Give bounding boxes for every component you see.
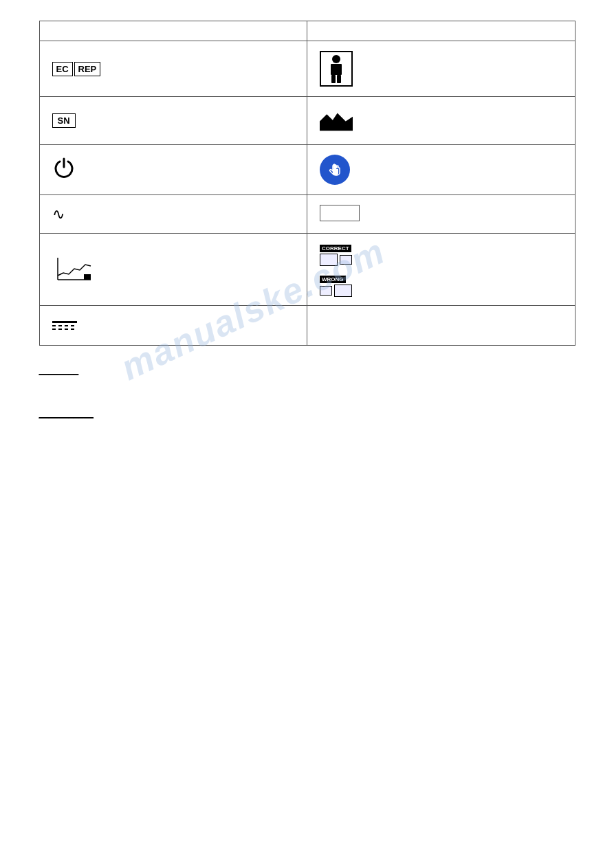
correct-wrong-cell: CORRECT WRONG [307,234,575,306]
symbol-table: EC REP [39,21,575,346]
sn-cell: SN [39,97,307,145]
page: manualske.com EC REP [0,0,614,461]
correct-small-box [340,255,352,265]
chart-cell [39,234,307,306]
landscape-cell [307,97,575,145]
table-header-row [39,21,575,41]
table-row: ∿ [39,195,575,234]
wrong-small-box [320,286,332,296]
landscape-icon [320,107,353,133]
svg-rect-3 [337,75,341,83]
chart-icon [52,254,94,284]
white-rectangle [320,205,360,221]
ec-rep-badges: EC REP [52,62,295,76]
wrong-label: WRONG [320,276,346,283]
svg-rect-1 [331,64,342,75]
correct-wrong-diagram: CORRECT WRONG [320,242,562,297]
ec-rep-cell: EC REP [39,41,307,97]
svg-rect-12 [84,274,91,280]
svg-point-0 [332,55,340,63]
dc-solid-line [52,321,77,323]
tilde-cell: ∿ [39,195,307,234]
wrong-diagram-row [320,285,562,297]
correct-section: CORRECT [320,242,562,266]
table-row [39,145,575,195]
dc-dashed-line-2 [52,329,77,330]
svg-rect-2 [331,75,336,83]
header-right [307,21,575,41]
correct-label: CORRECT [320,245,351,252]
power-icon [52,157,76,181]
section2-title: ___________ [39,408,94,419]
svg-point-8 [333,164,337,170]
header-left [39,21,307,41]
touch-cell [307,145,575,195]
correct-diagram-row [320,254,562,266]
rep-badge: REP [74,62,101,76]
section1-title: ________ [39,365,79,375]
touch-icon [320,155,350,185]
bottom-section: ________ ___________ [39,365,575,424]
dc-cell [39,306,307,346]
white-rect-cell [307,195,575,234]
tilde-symbol: ∿ [52,205,63,223]
ec-badge: EC [52,62,73,76]
table-row: CORRECT WRONG [39,234,575,306]
wrong-section: WRONG [320,273,562,297]
correct-big-box [320,254,338,266]
dc-right-cell [307,306,575,346]
wrong-big-box [334,285,352,297]
sn-badge: SN [52,113,76,128]
power-cell [39,145,307,195]
person-svg [324,54,349,83]
dc-dashed-line-1 [52,325,77,326]
person-icon-cell [307,41,575,97]
person-icon [320,51,353,87]
dc-symbol [52,321,77,330]
table-row: SN [39,97,575,145]
table-row [39,306,575,346]
table-row: EC REP [39,41,575,97]
touch-svg [324,159,346,181]
